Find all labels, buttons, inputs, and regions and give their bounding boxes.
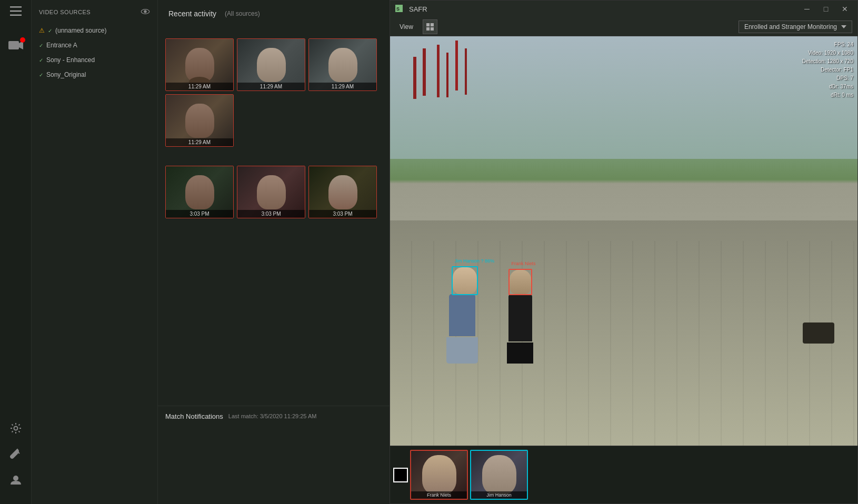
- safr-title: SAFR: [409, 5, 427, 13]
- safr-toolbar: View Enrolled and Stranger Monitoring: [390, 17, 857, 36]
- stat-fps: FPS: 24: [802, 41, 853, 49]
- person-frank: Frank Niets: [507, 269, 533, 364]
- sidebar-header: VIDEO SOURCES: [32, 0, 157, 21]
- thumb-thu-1-3[interactable]: 11:29 AM: [308, 38, 377, 91]
- thumb-time: 3:03 PM: [237, 210, 305, 218]
- svg-rect-3: [8, 41, 19, 49]
- small-selector[interactable]: [393, 468, 408, 482]
- strip-label-frank: Frank Niets: [411, 491, 467, 499]
- safr-titlebar: S SAFR ─ □ ✕: [390, 1, 857, 17]
- hamburger-menu[interactable]: [10, 6, 22, 18]
- svg-rect-15: [431, 27, 434, 30]
- stat-ddr: dDr: 37ms: [802, 83, 853, 91]
- svg-marker-16: [841, 25, 846, 28]
- safr-window: S SAFR ─ □ ✕ View Enrolled and Stranger …: [390, 0, 858, 504]
- strip-thumb-frank[interactable]: Frank Niets: [410, 450, 468, 500]
- frank-detection-label: Frank Niets: [510, 260, 538, 267]
- stat-detector: Detector: FP1: [802, 66, 853, 74]
- minimize-button[interactable]: ─: [800, 2, 814, 16]
- sidebar-item-unnamed[interactable]: ⚠ ✓ (unnamed source): [32, 23, 157, 38]
- safr-video-area: Jim Hanson ? 86% Frank Niets: [390, 36, 857, 503]
- source-list: ⚠ ✓ (unnamed source) ✓ Entrance A ✓ Sony…: [32, 21, 157, 84]
- sidebar-item-sony-original[interactable]: ✓ Sony_Original: [32, 67, 157, 82]
- sidebar-item-label: Sony - Enhanced: [46, 56, 95, 64]
- activity-source: (All sources): [225, 10, 260, 17]
- left-nav: [0, 0, 32, 504]
- thumb-strip: Frank Niets Jim Hanson: [390, 446, 857, 503]
- grid-view-button[interactable]: [423, 19, 437, 34]
- sidebar-title: VIDEO SOURCES: [39, 9, 91, 15]
- safr-logo-icon: S: [395, 5, 403, 14]
- check-icon-sony-original: ✓: [39, 72, 43, 78]
- svg-point-9: [144, 11, 146, 13]
- match-last: Last match: 3/5/2020 11:29:25 AM: [228, 413, 317, 419]
- nav-bottom: [10, 422, 22, 498]
- mode-dropdown[interactable]: Enrolled and Stranger Monitoring: [739, 21, 852, 33]
- scene-background: Jim Hanson ? 86% Frank Niets: [390, 36, 857, 446]
- svg-rect-0: [10, 6, 22, 7]
- thumb-time: 11:29 AM: [166, 138, 233, 146]
- sidebar-item-sony-enhanced[interactable]: ✓ Sony - Enhanced: [32, 53, 157, 67]
- thumb-time: 3:03 PM: [309, 210, 376, 218]
- svg-rect-12: [426, 23, 430, 26]
- thumb-thu-1-2[interactable]: 11:29 AM: [237, 38, 305, 91]
- thumb-time: 11:29 AM: [237, 83, 305, 90]
- svg-point-5: [14, 427, 17, 430]
- check-icon-sony-enhanced: ✓: [39, 57, 43, 63]
- check-icon-entrance: ✓: [39, 43, 43, 48]
- jim-detection-label: Jim Hanson ? 86%: [453, 258, 497, 264]
- thumb-time: 3:03 PM: [166, 210, 233, 218]
- thumb-wed-1-2[interactable]: 3:03 PM: [237, 166, 305, 218]
- svg-rect-1: [10, 11, 22, 12]
- thumb-time: 11:29 AM: [166, 83, 233, 90]
- maximize-button[interactable]: □: [819, 2, 833, 16]
- stats-overlay: FPS: 24 Video: 1920 x 1080 Detection: 12…: [802, 41, 853, 99]
- settings-icon[interactable]: [10, 422, 22, 436]
- mode-label: Enrolled and Stranger Monitoring: [744, 23, 837, 31]
- stat-video: Video: 1920 x 1080: [802, 49, 853, 57]
- check-icon-unnamed: ✓: [48, 28, 52, 34]
- strip-label-jim: Jim Hanson: [471, 491, 527, 499]
- eye-icon[interactable]: [141, 8, 150, 16]
- person-jim: Jim Hanson ? 86%: [446, 266, 478, 364]
- thumb-wed-1-3[interactable]: 3:03 PM: [308, 166, 377, 218]
- svg-rect-14: [426, 27, 430, 30]
- sidebar-item-label: Sony_Original: [46, 71, 86, 78]
- thumb-wed-1-1[interactable]: 3:03 PM: [165, 166, 234, 218]
- video-sources-icon[interactable]: [8, 39, 23, 53]
- tools-icon[interactable]: [10, 448, 22, 461]
- thumb-thu-2-1[interactable]: 11:29 AM: [165, 94, 234, 147]
- view-button[interactable]: View: [395, 21, 417, 33]
- sidebar-item-label: Entrance A: [46, 42, 77, 49]
- thumb-thu-1-1[interactable]: 11:29 AM: [165, 38, 234, 91]
- video-feed: Jim Hanson ? 86% Frank Niets: [390, 36, 857, 446]
- thumb-time: 11:29 AM: [309, 83, 376, 90]
- window-controls: ─ □ ✕: [800, 2, 852, 16]
- sidebar: VIDEO SOURCES ⚠ ✓ (unnamed source) ✓ Ent…: [32, 0, 158, 504]
- close-button[interactable]: ✕: [837, 2, 852, 16]
- video-badge: [20, 37, 25, 43]
- user-icon[interactable]: [10, 474, 22, 487]
- strip-thumb-jim[interactable]: Jim Hanson: [470, 450, 528, 500]
- svg-rect-13: [431, 23, 434, 26]
- svg-point-7: [14, 476, 18, 480]
- sidebar-item-label: (unnamed source): [55, 27, 106, 34]
- stat-drt: dRt: 0 ms: [802, 91, 853, 99]
- stat-dps: DPS: 7: [802, 74, 853, 83]
- svg-rect-2: [10, 15, 22, 16]
- activity-title: Recent activity: [168, 9, 216, 18]
- svg-text:S: S: [396, 6, 400, 12]
- sidebar-item-entrance-a[interactable]: ✓ Entrance A: [32, 38, 157, 53]
- stat-detection: Detection: 1280 x 720: [802, 57, 853, 66]
- warning-icon: ⚠: [39, 27, 45, 34]
- match-title: Match Notifications: [165, 412, 223, 420]
